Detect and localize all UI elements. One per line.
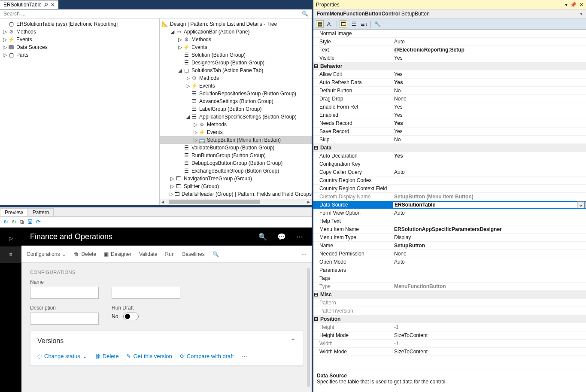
properties-icon[interactable]: 🗔	[340, 20, 347, 28]
property-row[interactable]: Save RecordYes	[313, 128, 586, 136]
design-node[interactable]: ▷⚡Events	[160, 82, 312, 90]
property-row[interactable]: Open ModeAuto	[313, 258, 586, 266]
design-node[interactable]: ☰RunButtonGroup (Button Group)	[160, 152, 312, 159]
property-row[interactable]: Pattern	[313, 299, 586, 307]
property-row[interactable]: Height-1	[313, 323, 586, 331]
header-search-icon[interactable]: 🔍	[258, 233, 267, 241]
design-node[interactable]: ◢▭ApplicationBar (Action Pane)	[160, 28, 312, 36]
property-row[interactable]: NameSetupButton	[313, 242, 586, 250]
design-node[interactable]: ▷⚙Methods	[160, 74, 312, 82]
design-header[interactable]: 📐Design | Pattern: Simple List and Detai…	[160, 20, 312, 28]
design-node[interactable]: ◢☰ApplicationSpecificSettings (Button Gr…	[160, 113, 312, 121]
dropdown-icon[interactable]: ▾	[565, 2, 568, 8]
refresh-green-icon[interactable]: ↻	[12, 219, 16, 225]
property-row[interactable]: SkipNo	[313, 136, 586, 144]
close-icon[interactable]: ✕	[51, 2, 55, 8]
property-row[interactable]: Menu Item TypeDisplay	[313, 234, 586, 242]
property-row[interactable]: Drag DropNone	[313, 95, 586, 103]
aot-node[interactable]: ▷⚡Events	[0, 36, 159, 43]
description-field[interactable]	[30, 313, 99, 325]
design-node[interactable]: ▷⚙Methods	[160, 121, 312, 128]
design-node[interactable]: ▷⚙Methods	[160, 36, 312, 43]
dropdown-icon[interactable]: ⌄	[577, 201, 585, 208]
property-row[interactable]: Parameters	[313, 266, 586, 274]
design-node[interactable]: ▷🗔NavigationTreeGroup (Group)	[160, 175, 312, 182]
design-node[interactable]: ▷⚡Events	[160, 43, 312, 51]
property-row[interactable]: Width-1	[313, 340, 586, 348]
actionbar-more-icon[interactable]: ⋯	[301, 251, 307, 257]
delete-button[interactable]: 🗑 Delete	[74, 251, 96, 257]
versions-more-icon[interactable]: ⋯	[242, 353, 247, 359]
property-row[interactable]: Text@ElectronicReporting:Setup	[313, 46, 586, 54]
design-node[interactable]: ▷⚡Events	[160, 128, 312, 136]
save-icon[interactable]: 🖫	[27, 219, 33, 225]
design-node[interactable]: ☰LabelGroup (Button Group)	[160, 105, 312, 113]
aot-node[interactable]: ▷▢Parts	[0, 51, 159, 59]
property-section[interactable]: ⊟Misc	[313, 291, 586, 299]
property-row[interactable]: TypeMenuFunctionButton	[313, 283, 586, 291]
design-node[interactable]: ▷🗔Splitter (Group)	[160, 182, 312, 190]
actionbar-search-icon[interactable]: 🔍	[213, 251, 219, 257]
reset-icon[interactable]: ⟳	[36, 219, 41, 225]
refresh-icon[interactable]: ↻	[3, 219, 8, 225]
property-row[interactable]: Data SourceERSolutionTable⌄	[313, 201, 586, 209]
name-field-2[interactable]	[112, 287, 180, 299]
design-node[interactable]: ☰ValidateButtonGroup (Button Group)	[160, 144, 312, 152]
property-row[interactable]: Copy Caller QueryAuto	[313, 168, 586, 176]
property-row[interactable]: Auto DeclarationYes	[313, 152, 586, 160]
subtitle-dropdown-icon[interactable]: ▾	[580, 11, 583, 17]
validate-button[interactable]: Validate	[139, 251, 157, 257]
search-icon[interactable]: 🔍	[298, 9, 312, 18]
property-row[interactable]: Auto Refresh DataYes	[313, 79, 586, 87]
property-row[interactable]: Custom Display NameSetupButton (Menu Ite…	[313, 193, 586, 201]
property-row[interactable]: Width ModeSizeToContent	[313, 348, 586, 356]
property-row[interactable]: Allow EditYes	[313, 70, 586, 79]
categorized-icon[interactable]: ▤	[316, 20, 324, 28]
alpha-icon[interactable]: A↓	[326, 20, 334, 28]
property-row[interactable]: Enable Form RefYes	[313, 103, 586, 111]
property-row[interactable]: Normal Image	[313, 30, 586, 38]
property-row[interactable]: StyleAuto	[313, 38, 586, 46]
property-row[interactable]: Tags	[313, 274, 586, 283]
rundraft-toggle[interactable]	[123, 313, 139, 320]
baselines-button[interactable]: Baselines	[182, 251, 205, 257]
design-node[interactable]: ☰SolutionRepositoriesGroup (Button Group…	[160, 90, 312, 97]
property-row[interactable]: PatternVersion	[313, 307, 586, 315]
property-section[interactable]: ⊟Behavior	[313, 62, 586, 70]
nav-play-icon[interactable]: ▷	[3, 230, 19, 246]
messages-icon[interactable]: ≣↓	[360, 20, 368, 28]
aot-root[interactable]: ▢ERSolutionTable (sys) [Electronic Repor…	[0, 20, 159, 28]
vertical-scrollbar[interactable]	[307, 268, 310, 387]
get-version-link[interactable]: ✎ Get this version	[126, 353, 172, 359]
property-row[interactable]: Form View OptionAuto	[313, 209, 586, 217]
property-row[interactable]: Country Region Codes	[313, 176, 586, 185]
aot-node[interactable]: ▷Data Sources	[0, 43, 159, 51]
property-row[interactable]: Country Region Context Field	[313, 185, 586, 193]
pin-icon[interactable]: ⚲	[43, 1, 49, 8]
close-icon[interactable]: ✕	[579, 2, 583, 8]
property-section[interactable]: ⊟Position	[313, 315, 586, 323]
aot-node[interactable]: ▷⚙Methods	[0, 28, 159, 36]
property-row[interactable]: Needed PermissionNone	[313, 250, 586, 258]
name-field[interactable]	[30, 287, 99, 299]
header-more-icon[interactable]: ⋯	[296, 233, 303, 241]
compare-link[interactable]: ⟳ Compare with draft	[180, 353, 234, 359]
design-node[interactable]: ☰ExchangeButtonGroup (Button Group)	[160, 167, 312, 175]
design-node[interactable]: ☰DesignersGroup (Button Group)	[160, 59, 312, 67]
property-row[interactable]: Help Text	[313, 217, 586, 225]
pin-icon[interactable]: 📌	[570, 2, 577, 8]
property-row[interactable]: Height ModeSizeToContent	[313, 331, 586, 340]
open-icon[interactable]: ⧉	[20, 219, 24, 225]
property-row[interactable]: VisibleYes	[313, 54, 586, 62]
property-row[interactable]: Default ButtonNo	[313, 87, 586, 95]
design-node[interactable]: ▷🗔DetailsHeader (Group) | Pattern: Field…	[160, 190, 312, 198]
design-node[interactable]: ☰DebugLogsButtonGroup (Button Group)	[160, 159, 312, 167]
wrench-icon[interactable]: 🔧	[373, 20, 381, 28]
property-row[interactable]: EnabledYes	[313, 111, 586, 119]
events-icon[interactable]: ☲	[350, 20, 358, 28]
designer-button[interactable]: ▣ Designer	[104, 251, 131, 257]
search-input[interactable]	[0, 9, 298, 18]
configurations-dropdown[interactable]: Configurations ⌄	[27, 251, 66, 257]
change-status-link[interactable]: ◌ Change status ⌄	[37, 353, 87, 359]
design-node[interactable]: ☰AdvanceSettings (Button Group)	[160, 97, 312, 105]
